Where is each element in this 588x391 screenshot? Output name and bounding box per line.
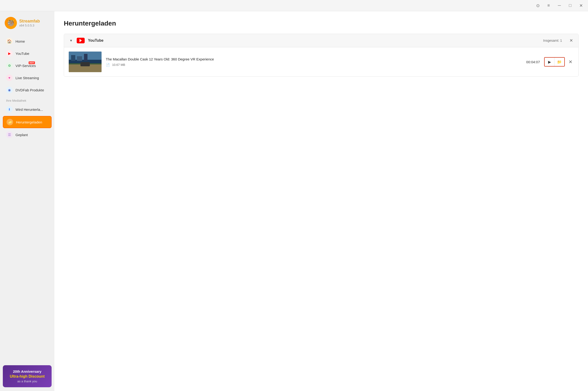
logo-icon: 🦥 (5, 17, 17, 29)
titlebar: ⊙ ≡ ─ □ ✕ (0, 0, 588, 11)
dvdfab-icon: ◉ (6, 87, 13, 93)
yt-section-name: YouTube (88, 38, 540, 43)
home-icon: 🏠 (6, 38, 13, 45)
svg-rect-5 (77, 56, 82, 61)
close-item-button[interactable]: ✕ (567, 59, 574, 65)
library-section-label: Ihre Mediathek (0, 96, 54, 104)
sidebar-item-vip[interactable]: ⚙ VIP-Services HOT (3, 60, 52, 71)
yt-section-header: ▼ YouTube Insgesamt: 1 ✕ (64, 34, 578, 47)
livestreaming-icon: ♥ (6, 75, 13, 81)
minimize-icon[interactable]: ─ (556, 2, 563, 9)
app-name: Streamfab (19, 19, 40, 24)
svg-rect-4 (71, 55, 75, 61)
sidebar-item-youtube[interactable]: ▶ YouTube (3, 48, 52, 59)
settings-icon[interactable]: ⊙ (535, 2, 541, 9)
titlebar-controls: ⊙ ≡ ─ □ ✕ (535, 2, 584, 9)
close-section-button[interactable]: ✕ (569, 38, 574, 43)
sidebar-item-downloading[interactable]: ⬇ Wird Herunterla... (3, 104, 52, 115)
downloading-icon: ⬇ (6, 106, 13, 113)
app-version: x64 5.0.5.3 (19, 24, 40, 27)
sidebar-item-home[interactable]: 🏠 Home (3, 36, 52, 47)
sidebar: 🦥 Streamfab x64 5.0.5.3 🏠 Home ▶ YouTube (0, 11, 54, 391)
sidebar-label-youtube: YouTube (15, 52, 29, 56)
app-container: 🦥 Streamfab x64 5.0.5.3 🏠 Home ▶ YouTube (0, 11, 588, 391)
video-meta: 📄 10.67 MB (106, 63, 515, 67)
library-items: ⬇ Wird Herunterla... 📁 Heruntergeladen ☰… (0, 104, 54, 140)
sidebar-item-livestreaming[interactable]: ♥ Live Streaming (3, 72, 52, 83)
downloaded-icon: 📁 (6, 119, 13, 125)
svg-rect-6 (84, 54, 88, 61)
hot-badge: HOT (29, 61, 35, 64)
svg-rect-8 (80, 62, 90, 66)
vip-icon: ⚙ (6, 62, 13, 69)
video-title: The Macallan Double Cask 12 Years Old: 3… (106, 57, 515, 61)
folder-button[interactable]: 📁 (555, 58, 564, 66)
video-actions: ▶ 📁 ✕ (544, 57, 574, 67)
play-button[interactable]: ▶ (545, 58, 555, 66)
promo-sub: as a thank you (6, 380, 48, 383)
close-icon[interactable]: ✕ (578, 2, 584, 9)
nav-items: 🏠 Home ▶ YouTube ⚙ VIP-Services HOT ♥ (0, 36, 54, 96)
thumb-svg (69, 52, 102, 72)
video-duration: 00:04:07 (526, 60, 540, 64)
youtube-logo (77, 38, 85, 43)
sidebar-label-downloaded: Heruntergeladen (16, 120, 42, 124)
sidebar-item-downloaded[interactable]: 📁 Heruntergeladen (3, 116, 52, 128)
logo-text: Streamfab x64 5.0.5.3 (19, 19, 40, 27)
video-row: The Macallan Double Cask 12 Years Old: 3… (64, 47, 578, 76)
sidebar-label-planned: Geplant (15, 133, 28, 137)
sidebar-label-vip: VIP-Services (15, 64, 36, 68)
yt-total: Insgesamt: 1 (543, 39, 562, 42)
sidebar-label-home: Home (15, 39, 25, 43)
menu-icon[interactable]: ≡ (545, 2, 552, 9)
action-btn-group: ▶ 📁 (544, 57, 565, 67)
sidebar-bottom: 20th Anniversary Ultra-high Discount as … (0, 362, 54, 391)
maximize-icon[interactable]: □ (567, 2, 574, 9)
promo-title: 20th Anniversary (6, 370, 48, 374)
promo-highlight: Ultra-high Discount (6, 374, 48, 379)
sidebar-label-dvdfab: DVDFab Produkte (15, 88, 44, 92)
sidebar-label-downloading: Wird Herunterla... (15, 107, 43, 111)
logo-area: 🦥 Streamfab x64 5.0.5.3 (0, 17, 54, 36)
sidebar-label-livestreaming: Live Streaming (15, 76, 39, 80)
youtube-icon: ▶ (6, 50, 13, 57)
main-content: Heruntergeladen ▼ YouTube Insgesamt: 1 ✕ (54, 11, 588, 391)
video-thumbnail (69, 52, 102, 72)
sidebar-item-dvdfab[interactable]: ◉ DVDFab Produkte (3, 84, 52, 96)
planned-icon: ☰ (6, 131, 13, 138)
sidebar-item-planned[interactable]: ☰ Geplant (3, 129, 52, 140)
video-size: 10.67 MB (112, 63, 125, 67)
page-title: Heruntergeladen (64, 20, 579, 27)
youtube-section: ▼ YouTube Insgesamt: 1 ✕ (64, 34, 579, 77)
promo-banner[interactable]: 20th Anniversary Ultra-high Discount as … (3, 365, 52, 387)
video-info: The Macallan Double Cask 12 Years Old: 3… (106, 57, 515, 67)
chevron-icon[interactable]: ▼ (69, 38, 73, 43)
file-icon: 📄 (106, 63, 110, 67)
